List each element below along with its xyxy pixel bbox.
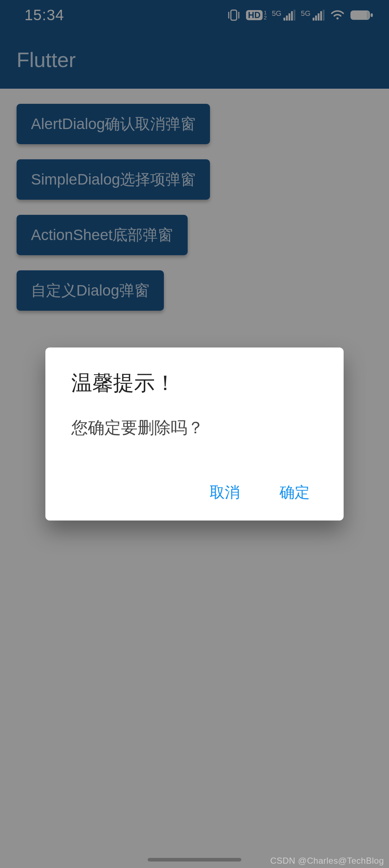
alert-dialog: 温馨提示！ 您确定要删除吗？ 取消 确定 — [45, 347, 344, 521]
dialog-content: 您确定要删除吗？ — [71, 417, 318, 439]
watermark: CSDN @Charles@TechBlog — [270, 856, 384, 866]
screen: 15:34 HD 1 2 5G — [0, 0, 389, 868]
cancel-button[interactable]: 取消 — [210, 482, 240, 502]
dialog-title: 温馨提示！ — [71, 369, 318, 397]
home-indicator — [148, 858, 241, 862]
confirm-button[interactable]: 确定 — [280, 482, 310, 502]
dialog-actions: 取消 确定 — [71, 482, 318, 511]
